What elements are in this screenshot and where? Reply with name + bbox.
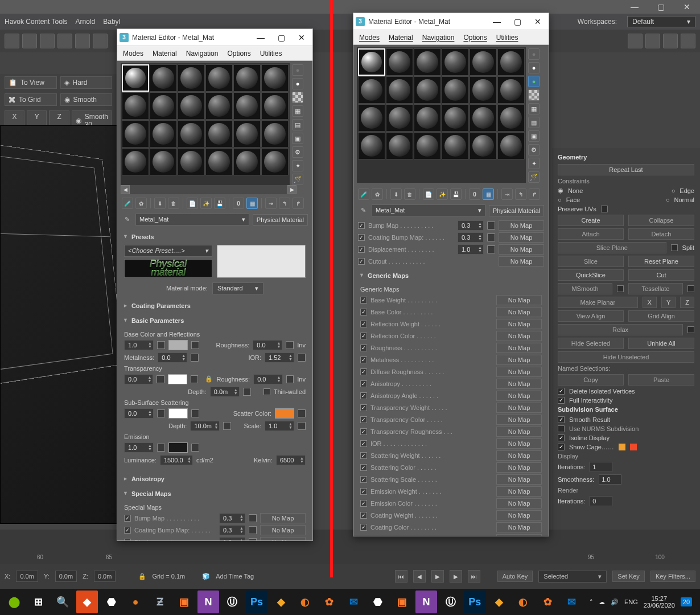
map-slot-button[interactable]: No Map bbox=[496, 355, 542, 365]
eyedropper-icon[interactable]: ✎ bbox=[358, 206, 368, 216]
attach-button[interactable]: Attach bbox=[558, 228, 624, 240]
taskbar-icon[interactable]: ◆ bbox=[488, 591, 510, 613]
aniso-head[interactable]: ▼Anisotropy bbox=[122, 473, 308, 485]
map-slot-button[interactable]: No Map bbox=[496, 415, 542, 425]
map-enable-check[interactable] bbox=[360, 392, 367, 399]
sample-slot[interactable] bbox=[178, 64, 205, 92]
sss-color-mapcheck[interactable] bbox=[191, 409, 199, 417]
sample-slot[interactable] bbox=[414, 76, 441, 104]
metalness-spin[interactable]: 0.0▲▼ bbox=[158, 352, 187, 363]
toolbar-icon[interactable] bbox=[628, 34, 643, 48]
quickslice-button[interactable]: QuickSlice bbox=[558, 269, 624, 281]
map-slot-button[interactable]: No Map bbox=[496, 534, 542, 536]
map-slot-check[interactable] bbox=[249, 526, 257, 534]
select-by-mat-icon[interactable]: ✦ bbox=[528, 158, 540, 169]
scatter-color-swatch[interactable] bbox=[275, 408, 294, 419]
put-to-lib-icon[interactable]: 💾 bbox=[214, 198, 225, 209]
map-slot-button[interactable]: No Map bbox=[496, 462, 542, 473]
playback-prev[interactable]: ◀ bbox=[413, 570, 426, 583]
x-field[interactable]: 0.0m bbox=[16, 571, 38, 582]
backlight-icon[interactable] bbox=[528, 62, 540, 73]
sample-slot[interactable] bbox=[358, 132, 385, 159]
taskbar-icon[interactable]: ◐ bbox=[512, 591, 534, 613]
z-field[interactable]: 0.0m bbox=[94, 571, 116, 582]
taskbar-blender-icon[interactable]: ✿ bbox=[537, 591, 559, 613]
map-enable-check[interactable] bbox=[360, 297, 367, 304]
maximize-button[interactable]: ▢ bbox=[273, 30, 290, 46]
trough-mapcheck[interactable] bbox=[286, 375, 294, 383]
sample-uv-icon[interactable]: ▦ bbox=[528, 103, 540, 114]
scroll-left[interactable]: ◀ bbox=[121, 185, 130, 194]
sample-slot[interactable] bbox=[205, 92, 233, 120]
constraint-edge[interactable]: Edge bbox=[680, 187, 694, 194]
put-to-lib-icon[interactable]: 💾 bbox=[450, 188, 462, 200]
show-end-icon[interactable]: ⇥ bbox=[265, 198, 277, 209]
ior-spin[interactable]: 1.52▲▼ bbox=[265, 352, 294, 363]
planar-y[interactable]: Y bbox=[661, 297, 676, 308]
sample-slot[interactable] bbox=[150, 120, 177, 147]
sample-slot[interactable] bbox=[233, 120, 261, 147]
taskbar-photoshop-icon[interactable]: Ps bbox=[464, 591, 486, 613]
playback-last[interactable]: ⏭ bbox=[468, 570, 480, 583]
detach-button[interactable]: Detach bbox=[628, 228, 694, 240]
sample-slot[interactable] bbox=[150, 64, 177, 92]
maximize-button[interactable]: ▢ bbox=[509, 14, 526, 30]
material-type-button[interactable]: Physical Material bbox=[253, 214, 308, 226]
sample-slot[interactable] bbox=[414, 48, 441, 76]
wand-icon[interactable]: 🪄 bbox=[528, 171, 540, 183]
smooth-button[interactable]: ◉ Smooth bbox=[60, 93, 113, 106]
make-copy-icon[interactable]: 📄 bbox=[187, 198, 198, 209]
map-slot-button[interactable]: No Map bbox=[496, 498, 542, 509]
map-amount-spin[interactable]: 0.3▲▼ bbox=[219, 513, 245, 523]
sss-color-swatch[interactable] bbox=[168, 408, 188, 419]
sample-slot[interactable] bbox=[358, 48, 385, 76]
makeplanar-button[interactable]: Make Planar bbox=[558, 297, 638, 308]
nav-fwd-icon[interactable]: ↱ bbox=[529, 188, 540, 200]
sample-slot[interactable] bbox=[414, 104, 441, 132]
map-enable-check[interactable] bbox=[360, 440, 367, 447]
sample-type-icon[interactable] bbox=[292, 64, 303, 76]
map-enable-check[interactable] bbox=[360, 404, 367, 411]
map-slot-button[interactable]: No Map bbox=[496, 391, 542, 401]
sample-slot[interactable] bbox=[470, 48, 497, 76]
assign-to-sel-icon[interactable]: ⬇ bbox=[390, 188, 402, 200]
sample-type-icon[interactable] bbox=[528, 48, 540, 60]
sss-depth-spin[interactable]: 10.0m▲▼ bbox=[190, 421, 220, 431]
menu-havok[interactable]: Havok Content Tools bbox=[5, 18, 68, 26]
nav-fwd-icon[interactable]: ↱ bbox=[293, 198, 304, 209]
unhideall-button[interactable]: Unhide All bbox=[628, 338, 694, 349]
sss-weight-spin[interactable]: 0.0▲▼ bbox=[124, 408, 154, 419]
taskbar-zbrush-icon[interactable]: Ƶ bbox=[149, 591, 171, 613]
map-slot-button[interactable]: No Map bbox=[496, 522, 542, 532]
planar-z[interactable]: Z bbox=[680, 297, 694, 308]
sample-slot[interactable] bbox=[122, 148, 149, 175]
menu-material[interactable]: Material bbox=[153, 50, 177, 58]
tray-icon[interactable]: ☁ bbox=[599, 598, 605, 606]
gridalign-button[interactable]: Grid Align bbox=[628, 310, 694, 322]
sss-scale-spin[interactable]: 1.0▲▼ bbox=[265, 421, 294, 431]
sample-slot[interactable] bbox=[497, 48, 525, 76]
sample-slot[interactable] bbox=[122, 120, 149, 147]
base-weight-spin[interactable]: 1.0▲▼ bbox=[124, 340, 154, 350]
video-color-icon[interactable]: ▤ bbox=[528, 117, 540, 128]
tray-lang[interactable]: ENG bbox=[624, 598, 638, 605]
repeat-last-button[interactable]: Repeat Last bbox=[558, 164, 694, 175]
sample-slot[interactable] bbox=[178, 148, 205, 175]
map-slot-button[interactable]: No Map bbox=[499, 232, 544, 243]
toolbar-icon[interactable] bbox=[40, 34, 55, 48]
taskbar-icon[interactable]: ⬣ bbox=[367, 591, 389, 613]
material-name-field[interactable]: Metal_Mat▾ bbox=[135, 214, 249, 226]
options-icon[interactable]: ⚙ bbox=[292, 146, 303, 158]
map-enable-check[interactable] bbox=[360, 309, 367, 315]
preset-combo[interactable]: <Choose Preset….>▾ bbox=[124, 245, 212, 257]
menu-material[interactable]: Material bbox=[389, 34, 413, 42]
hard-button[interactable]: ◈ Hard bbox=[60, 76, 113, 89]
taskbar-search-icon[interactable]: 🔍 bbox=[52, 591, 74, 613]
taskbar-icon[interactable]: ◐ bbox=[294, 591, 316, 613]
sample-slot[interactable] bbox=[358, 76, 385, 104]
map-slot-check[interactable] bbox=[487, 222, 495, 229]
tray-icon[interactable]: ˄ bbox=[590, 598, 593, 606]
split-check[interactable] bbox=[671, 244, 678, 251]
roughness-spin[interactable]: 0.0▲▼ bbox=[253, 340, 282, 350]
metalness-mapcheck[interactable] bbox=[191, 354, 199, 362]
